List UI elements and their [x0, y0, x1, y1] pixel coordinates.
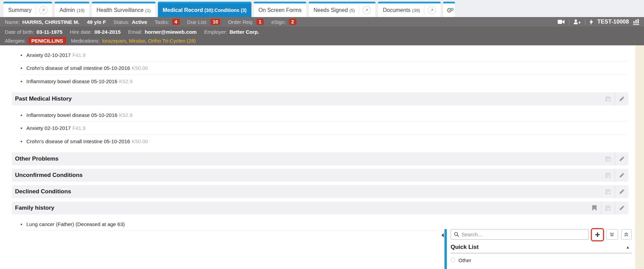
- current-conditions-list: Anxiety 02-10-2017 F41.9 Crohn's disease…: [12, 49, 628, 89]
- tab-documents-count: (39): [412, 8, 420, 13]
- gears-icon: ⚙⚙: [446, 7, 452, 14]
- section-log-button[interactable]: [601, 201, 615, 214]
- icd-code: K52.9: [119, 78, 132, 84]
- tab-needs-signed-label: Needs Signed: [313, 7, 348, 13]
- tasks-group: Tasks: 4: [155, 19, 179, 25]
- tab-bar: Summary Admin (19) Health Surveillance (…: [0, 0, 644, 17]
- popout-arrow-icon[interactable]: [363, 6, 371, 14]
- past-medical-history-list: Inflammatory bowel disease 05-10-2016 K5…: [12, 109, 628, 149]
- patient-status-group: Status: Active: [114, 19, 147, 25]
- section-log-button[interactable]: [601, 92, 615, 105]
- condition-row[interactable]: Anxiety 02-10-2017 F41.9: [20, 49, 628, 62]
- tab-on-screen-forms[interactable]: On Screen Forms: [254, 2, 306, 17]
- tab-admin-count: (19): [77, 8, 85, 13]
- section-title: Other Problems: [15, 155, 59, 162]
- hire-date-value: 08-24-2015: [94, 29, 121, 35]
- tab-admin[interactable]: Admin (19): [55, 2, 89, 17]
- tasks-count-badge[interactable]: 4: [172, 19, 180, 25]
- tab-needs-signed[interactable]: Needs Signed (5): [309, 2, 376, 17]
- section-title: Unconfirmed Conditions: [15, 172, 83, 179]
- tab-divider: [359, 6, 359, 15]
- medication-link[interactable]: Miralax: [129, 38, 145, 44]
- tab-health-surveillance-count: (1): [145, 8, 151, 13]
- section-log-button[interactable]: [601, 185, 615, 198]
- due-list-label: Due List:: [187, 19, 207, 25]
- section-declined-conditions: Declined Conditions: [12, 185, 628, 198]
- panel-accent-bar: [444, 229, 447, 269]
- due-list-count-badge[interactable]: 10: [210, 19, 221, 25]
- section-log-button[interactable]: [601, 152, 615, 165]
- condition-row[interactable]: Anxiety 02-10-2017 F41.9: [20, 122, 628, 135]
- section-family-history: Family history: [12, 201, 628, 214]
- collapse-caret-icon[interactable]: ▲: [626, 245, 630, 249]
- quick-list-item-other[interactable]: Other: [451, 253, 632, 267]
- medications-label: Medications:: [71, 38, 100, 44]
- esign-group: eSign: 2: [271, 19, 296, 25]
- section-edit-pencil-button[interactable]: [615, 92, 628, 105]
- icd-code: F41.9: [72, 52, 85, 58]
- settings-gear-button[interactable]: ⚙⚙: [443, 2, 455, 17]
- icd-code: F41.9: [72, 125, 85, 131]
- tab-summary[interactable]: Summary: [3, 2, 52, 17]
- tab-needs-signed-count: (5): [350, 8, 355, 13]
- patient-age-sex: 49 y/o F: [87, 19, 106, 25]
- condition-row[interactable]: Crohn's disease of small intestine 05-10…: [20, 62, 628, 75]
- popout-arrow-icon[interactable]: [428, 6, 436, 14]
- tab-on-screen-forms-label: On Screen Forms: [259, 7, 302, 13]
- icd-code: K50.00: [132, 65, 148, 71]
- condition-row[interactable]: Inflammatory bowel disease 05-10-2016 K5…: [20, 75, 628, 88]
- medication-link[interactable]: Ortho Tri-Cyclen (28): [148, 38, 196, 44]
- status-label: Status:: [114, 19, 130, 25]
- lightning-bolt-icon[interactable]: [589, 19, 593, 25]
- dob-value: 03-11-1975: [36, 29, 62, 35]
- patient-name[interactable]: HARRIS, CHRISTINE M.: [22, 19, 79, 25]
- tab-health-surveillance[interactable]: Health Surveillance (1): [92, 2, 156, 17]
- tab-summary-label: Summary: [8, 7, 31, 13]
- condition-row[interactable]: Inflammatory bowel disease 05-10-2016 K5…: [20, 109, 628, 122]
- section-edit-pencil-button[interactable]: [615, 201, 628, 214]
- esign-count-badge[interactable]: 2: [289, 19, 296, 25]
- add-contact-icon[interactable]: [573, 19, 581, 25]
- employer-value: Better Corp.: [230, 29, 259, 35]
- search-box[interactable]: [451, 229, 589, 240]
- search-row: +: [451, 229, 632, 240]
- section-log-button[interactable]: [601, 169, 615, 182]
- demographics-line: Date of birth: 03-11-1975 Hire date: 08-…: [5, 27, 639, 36]
- tab-documents[interactable]: Documents (39): [378, 2, 441, 17]
- video-camera-icon[interactable]: [558, 19, 565, 24]
- patient-header-bar: Name: HARRIS, CHRISTINE M. 49 y/o F Stat…: [0, 17, 644, 27]
- search-icon: [454, 232, 459, 237]
- medication-link[interactable]: lorazepam: [102, 38, 126, 44]
- condition-row[interactable]: Lung cancer (Father) (Deceased at age 63…: [20, 218, 437, 231]
- allergies-medications-line: Allergies: PENICILLINS Medications: lora…: [5, 36, 639, 45]
- tab-medical-record-conditions[interactable]: Medical Record (30) :Conditions (3): [158, 2, 251, 17]
- tab-health-surveillance-label: Health Surveillance: [97, 7, 144, 13]
- popout-arrow-icon[interactable]: [39, 6, 47, 14]
- quick-list-title: Quick List: [451, 244, 479, 251]
- patient-name-group: Name: HARRIS, CHRISTINE M.: [5, 19, 79, 25]
- panel-collapse-arrow[interactable]: [441, 233, 444, 237]
- quick-list-item-label: Other: [458, 257, 471, 263]
- section-title: Declined Conditions: [15, 188, 71, 195]
- condition-search-panel: + Quick List ▲ Other: [441, 229, 633, 269]
- tab-admin-label: Admin: [59, 7, 75, 13]
- order-req-group: Order Req: 1: [228, 19, 264, 25]
- section-title: Past Medical History: [15, 95, 72, 102]
- bar-chart-icon[interactable]: [633, 19, 639, 25]
- condition-row[interactable]: Crohn's disease of small intestine 05-10…: [20, 135, 628, 148]
- add-condition-button[interactable]: +: [592, 229, 603, 240]
- quick-list-header[interactable]: Quick List ▲: [451, 241, 632, 253]
- search-input[interactable]: [462, 231, 585, 237]
- section-bookmark-button[interactable]: [587, 201, 601, 214]
- expand-all-button[interactable]: [606, 229, 618, 240]
- section-edit-pencil-button[interactable]: [615, 185, 628, 198]
- email-label: Email:: [128, 29, 143, 35]
- order-req-count-badge[interactable]: 1: [257, 19, 264, 25]
- allergy-badge[interactable]: PENICILLINS: [28, 37, 66, 44]
- order-req-label: Order Req:: [228, 19, 253, 25]
- section-edit-pencil-button[interactable]: [615, 169, 628, 182]
- collapse-all-button[interactable]: [621, 229, 632, 240]
- section-edit-pencil-button[interactable]: [615, 152, 628, 165]
- chart-id: TEST-10008: [597, 19, 629, 25]
- section-unconfirmed-conditions: Unconfirmed Conditions: [12, 169, 628, 182]
